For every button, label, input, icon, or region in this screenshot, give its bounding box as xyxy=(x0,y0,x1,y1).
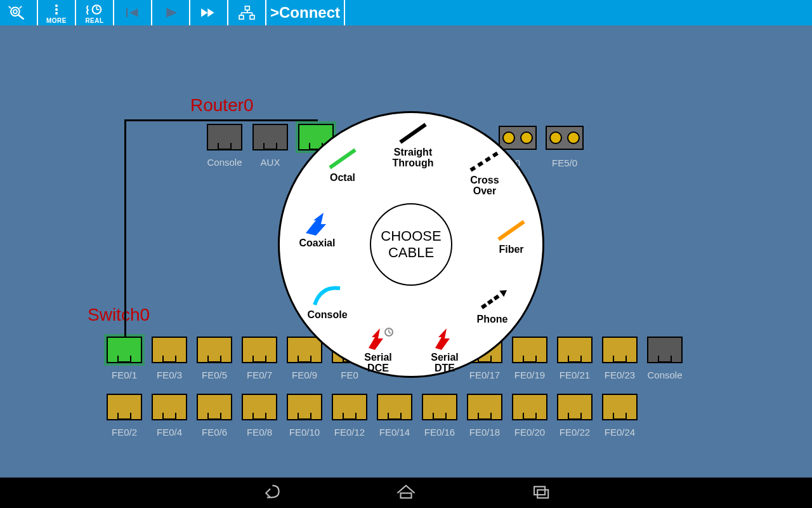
seg-label: StraightThrough xyxy=(378,147,448,169)
port-label: FE0/6 xyxy=(202,427,227,438)
port-jack[interactable] xyxy=(242,337,277,363)
switch-port[interactable]: FE0/10 xyxy=(287,394,322,438)
switch-port[interactable]: FE0/23 xyxy=(602,337,638,380)
switch-port[interactable]: FE0/5 xyxy=(197,337,232,380)
zoom-icon[interactable] xyxy=(0,0,38,25)
port-jack[interactable] xyxy=(557,394,593,420)
switch-port[interactable]: FE0/16 xyxy=(422,394,457,438)
svg-rect-33 xyxy=(534,486,545,495)
port-label: FE0/18 xyxy=(469,427,500,438)
cable-chooser-wheel: CHOOSECABLE StraightThrough CrossOver Fi… xyxy=(278,111,544,378)
port-jack[interactable] xyxy=(377,394,412,420)
port-jack[interactable] xyxy=(467,394,502,420)
hub-line2: CABLE xyxy=(388,244,434,260)
port-jack[interactable] xyxy=(107,394,142,420)
seg-label: Coaxial xyxy=(282,238,352,249)
step-back-button[interactable] xyxy=(114,0,152,25)
port-label: FE0/8 xyxy=(247,427,272,438)
cable-phone[interactable]: Phone xyxy=(457,288,527,325)
topology-icon[interactable] xyxy=(228,0,266,25)
port-label: FE0/5 xyxy=(202,370,227,380)
cable-coaxial[interactable]: Coaxial xyxy=(282,211,352,249)
port-label: FE0/14 xyxy=(379,427,410,438)
wheel-hub: CHOOSECABLE xyxy=(370,203,452,286)
port-label: FE0/7 xyxy=(247,370,272,380)
router-optical-port[interactable]: FE5/0 xyxy=(546,126,584,168)
back-icon[interactable] xyxy=(259,483,281,503)
switch-port[interactable]: FE0/18 xyxy=(467,394,502,438)
switch-port[interactable]: FE0/14 xyxy=(377,394,412,438)
port-label: FE0/16 xyxy=(424,427,455,438)
port-jack[interactable] xyxy=(422,394,457,420)
switch-port[interactable]: FE0/3 xyxy=(152,337,187,380)
switch-port[interactable]: FE0/20 xyxy=(512,394,547,438)
optical-module[interactable] xyxy=(546,126,584,150)
cable-serial-dte[interactable]: SerialDTE xyxy=(410,326,480,374)
home-icon[interactable] xyxy=(395,483,417,503)
port-jack[interactable] xyxy=(242,394,277,420)
svg-rect-24 xyxy=(481,303,487,309)
svg-rect-26 xyxy=(494,295,500,301)
more-button[interactable]: MORE xyxy=(38,0,76,25)
router-port[interactable]: Console xyxy=(207,124,242,168)
switch-port[interactable]: FE0/12 xyxy=(332,394,367,438)
port-jack[interactable] xyxy=(557,337,593,363)
connect-button[interactable]: >Connect xyxy=(266,0,345,25)
port-jack[interactable] xyxy=(602,394,638,420)
cable-fiber[interactable]: Fiber xyxy=(476,218,546,255)
real-label: REAL xyxy=(85,17,103,24)
port-label: FE0/22 xyxy=(560,427,590,438)
switch-port[interactable]: FE0/7 xyxy=(242,337,277,380)
port-jack[interactable] xyxy=(647,337,683,363)
port-label: FE0/2 xyxy=(112,427,137,438)
port-jack[interactable] xyxy=(287,394,322,420)
android-navbar xyxy=(0,478,812,508)
port-jack[interactable] xyxy=(197,337,232,363)
port-label: FE0/3 xyxy=(157,370,182,380)
switch-port[interactable]: FE0/4 xyxy=(152,394,187,438)
switch-port[interactable]: FE0/8 xyxy=(242,394,277,438)
port-label: Console xyxy=(647,370,682,380)
svg-point-5 xyxy=(55,11,58,14)
switch-port[interactable]: FE0/21 xyxy=(557,337,593,380)
cable-straight-through[interactable]: StraightThrough xyxy=(378,121,448,169)
recent-apps-icon[interactable] xyxy=(531,483,553,503)
port-label: FE0/20 xyxy=(514,427,545,438)
switch-port[interactable]: Console xyxy=(647,337,683,380)
more-label: MORE xyxy=(46,17,67,24)
seg-label: SerialDTE xyxy=(410,352,480,374)
play-button[interactable] xyxy=(152,0,190,25)
switch-port[interactable]: FE0/22 xyxy=(557,394,593,438)
svg-marker-12 xyxy=(201,8,207,17)
port-jack[interactable] xyxy=(207,124,242,150)
port-label: FE0/4 xyxy=(157,427,182,438)
svg-marker-27 xyxy=(499,288,509,297)
port-jack[interactable] xyxy=(602,337,638,363)
port-jack[interactable] xyxy=(512,394,547,420)
svg-rect-9 xyxy=(126,8,128,17)
seg-label: Fiber xyxy=(476,244,546,255)
seg-label: Octal xyxy=(308,173,377,184)
port-jack[interactable] xyxy=(152,337,187,363)
port-jack[interactable] xyxy=(197,394,232,420)
svg-rect-15 xyxy=(239,15,244,19)
cable-octal[interactable]: Octal xyxy=(308,146,377,184)
fast-forward-button[interactable] xyxy=(190,0,228,25)
cable-segment xyxy=(124,119,126,348)
port-jack[interactable] xyxy=(152,394,187,420)
port-label: FE0/23 xyxy=(605,370,635,380)
port-jack[interactable] xyxy=(332,394,367,420)
switch-port[interactable]: FE0/6 xyxy=(197,394,232,438)
port-jack[interactable] xyxy=(107,337,142,363)
port-label: AUX xyxy=(261,157,280,168)
switch-port[interactable]: FE0/24 xyxy=(602,394,638,438)
realtime-button[interactable]: REAL xyxy=(76,0,114,25)
switch-port[interactable]: FE0/2 xyxy=(107,394,142,438)
port-label: FE0/12 xyxy=(334,427,365,438)
switch-port[interactable]: FE0/1 xyxy=(107,337,142,380)
port-label: FE0/21 xyxy=(560,370,590,380)
cable-serial-dce[interactable]: SerialDCE xyxy=(343,326,413,374)
workspace[interactable]: Router0 Switch0 ConsoleAUXF 0FE5/0 FE0/1… xyxy=(0,25,812,478)
cable-crossover[interactable]: CrossOver xyxy=(450,149,520,197)
cable-console[interactable]: Console xyxy=(292,283,362,321)
